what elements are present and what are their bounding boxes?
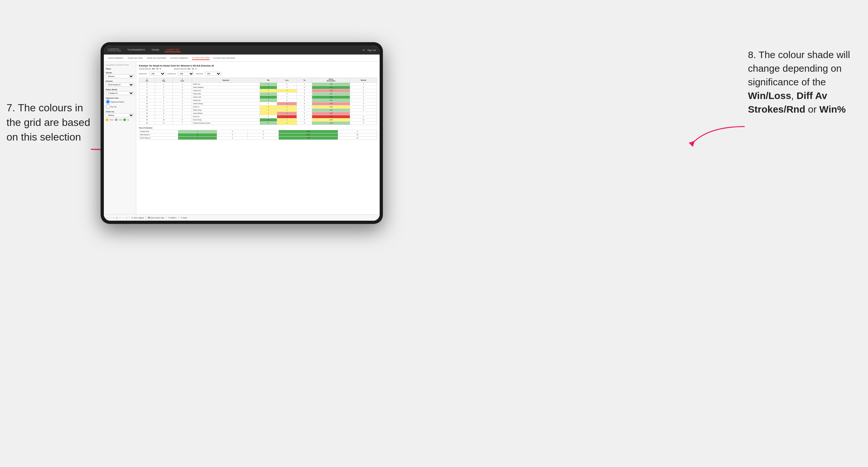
th-win: Win bbox=[259, 78, 277, 83]
td-diff: 0.38 bbox=[312, 105, 350, 109]
td-conf: 7 bbox=[173, 122, 192, 125]
tablet-screen: SCOREBOARD Powered by clippd TOURNAMENTS… bbox=[104, 45, 380, 221]
table-row: 19 10 6 Emily Chang 4 1 0 0.30 11 bbox=[139, 119, 377, 122]
td-diff: -1.00 bbox=[312, 89, 350, 93]
subnav-player-h2h-heatmap[interactable]: PLAYER H2H HEATMAP bbox=[214, 57, 235, 60]
tablet-device: SCOREBOARD Powered by clippd TOURNAMENTS… bbox=[101, 42, 383, 224]
report-title: Katelyn Vo Head-to-Head Grid for Women's… bbox=[139, 64, 377, 67]
td-tie: 0 bbox=[297, 122, 312, 125]
td-opponent: Jessica Mason bbox=[192, 112, 260, 115]
td-loss: 0 bbox=[217, 130, 248, 133]
sub-nav: TEAM SUMMARY TEAM H2H GRID TEAM H2H HEAT… bbox=[104, 55, 380, 62]
annotation-left-text: 7. The colours in the grid are based on … bbox=[6, 102, 90, 143]
toolbar-redo-left[interactable]: ↪ bbox=[110, 217, 111, 219]
sidebar-colour-section: Colour by Win/loss Down Level Up bbox=[106, 111, 134, 121]
nav-right: ▸| Sign out bbox=[363, 49, 376, 51]
td-tie: 0 bbox=[297, 102, 312, 105]
radio-top-100[interactable]: Top 100 bbox=[106, 104, 134, 109]
overall-record: Overall Record: 353 - 34 - 6 bbox=[139, 68, 161, 70]
td-reg: 8 bbox=[155, 109, 172, 112]
td-opponent: Sydney Kuo bbox=[192, 89, 260, 93]
subnav-team-h2h-grid[interactable]: TEAM H2H GRID bbox=[127, 57, 143, 60]
filter-conference-select[interactable]: (All) bbox=[178, 72, 194, 75]
table-row: 20 11 7 Federica Domecq Lacroze 2 1 0 1.… bbox=[139, 122, 377, 125]
td-diff: 4.00 bbox=[312, 86, 350, 89]
filter-opponent-select[interactable]: (All) bbox=[205, 72, 221, 75]
radio-input-top100[interactable] bbox=[106, 104, 110, 109]
td-loss: 0 bbox=[277, 96, 297, 99]
table-row: NAIA Division 1 15 0 0 9.267 30 bbox=[139, 133, 377, 136]
td-diff: -3.00 bbox=[312, 102, 350, 105]
toolbar-watch[interactable]: 👁 Watch ▾ bbox=[168, 217, 177, 219]
out-of-division-table: Foreign Team 1 0 0 4.500 2 NAIA Division… bbox=[139, 130, 377, 140]
subnav-player-h2h-grid[interactable]: PLAYER H2H GRID bbox=[192, 56, 210, 60]
nav-teams[interactable]: TEAMS bbox=[150, 48, 161, 52]
toolbar-share[interactable]: ⬆ Share bbox=[181, 217, 187, 219]
td-diff: 9.267 bbox=[279, 133, 338, 136]
td-reg: 10 bbox=[155, 119, 172, 122]
td-rounds: 30 bbox=[338, 133, 377, 136]
td-div: 5 bbox=[139, 86, 155, 89]
td-label: NAIA Division 1 bbox=[139, 133, 178, 136]
toolbar-clock[interactable]: ⊙ bbox=[126, 217, 127, 219]
td-diff: -5.00 bbox=[312, 115, 350, 119]
nav-tournaments[interactable]: TOURNAMENTS bbox=[126, 48, 146, 52]
subnav-player-summary[interactable]: PLAYER SUMMARY bbox=[170, 57, 188, 60]
subnav-team-h2h-heatmap[interactable]: TEAM H2H HEATMAP bbox=[147, 57, 166, 60]
td-conf: 1 bbox=[173, 102, 192, 105]
gender-select[interactable]: Women's bbox=[106, 74, 134, 78]
legend-label-up: Up bbox=[127, 119, 129, 121]
td-rounds: 11 bbox=[350, 119, 377, 122]
out-of-division-title: Out of division bbox=[139, 127, 377, 129]
division-select[interactable]: NCAA Division III bbox=[106, 83, 134, 87]
sign-out-link[interactable]: Sign out bbox=[367, 49, 376, 51]
td-loss: 3 bbox=[277, 115, 297, 119]
table-row: NCAA Division 2 5 0 0 7.400 10 bbox=[139, 136, 377, 140]
td-rounds: 9 bbox=[350, 105, 377, 109]
toolbar-view-original[interactable]: 👁 View: Original bbox=[131, 217, 144, 219]
subnav-team-summary[interactable]: TEAM SUMMARY bbox=[108, 57, 124, 60]
table-row: 11 1 2 Heejo Hyun 1 0 0 3.33 3 bbox=[139, 99, 377, 102]
toolbar-save-custom[interactable]: 💾 Save Custom View bbox=[148, 217, 164, 219]
toolbar-redo-right[interactable]: ↩ bbox=[113, 217, 114, 219]
nav-committee[interactable]: COMMITTEE bbox=[164, 48, 181, 52]
td-conf: 4 bbox=[173, 105, 192, 109]
td-rounds: 3 bbox=[350, 86, 377, 89]
th-rounds: Rounds bbox=[350, 78, 377, 83]
td-conf: 2 bbox=[173, 86, 192, 89]
td-opponent: Esther Lee bbox=[192, 83, 260, 86]
td-opponent: Emily Chang bbox=[192, 119, 260, 122]
td-diff: -0.94 bbox=[312, 112, 350, 115]
td-opponent: Sharon Mun bbox=[192, 93, 260, 96]
th-opponent: Opponent bbox=[192, 78, 260, 83]
table-row: 3 1 1 Esther Lee 1 0 1 1.50 4 bbox=[139, 83, 377, 86]
sidebar-timestamp: Last Updated: 27/03/2024 16:55:38 bbox=[106, 64, 134, 66]
colour-by-select[interactable]: Win/loss bbox=[106, 113, 134, 117]
legend-dot-level bbox=[115, 119, 118, 121]
table-header-row: #Div #Reg #Conf Opponent Win Loss Tie Di… bbox=[139, 78, 377, 83]
share-icon: ⬆ bbox=[181, 217, 182, 219]
td-loss: 2 bbox=[277, 105, 297, 109]
table-row: Foreign Team 1 0 0 4.500 2 bbox=[139, 130, 377, 133]
td-div: 14 bbox=[139, 105, 155, 109]
td-diff: 4.500 bbox=[279, 130, 338, 133]
td-win: 1 bbox=[259, 89, 277, 93]
toolbar-scissors[interactable]: ✂ bbox=[119, 217, 121, 219]
td-loss: 0 bbox=[277, 83, 297, 86]
td-label: Foreign Team bbox=[139, 130, 178, 133]
toolbar-undo[interactable]: ↩ bbox=[106, 217, 108, 219]
radio-opponents-played[interactable]: Opponents Played bbox=[106, 100, 134, 104]
main-grid-table: #Div #Reg #Conf Opponent Win Loss Tie Di… bbox=[139, 77, 377, 125]
player-rank-select[interactable]: 8. Katelyn Vo bbox=[106, 91, 134, 95]
filter-opponents-select[interactable]: (All) bbox=[149, 72, 165, 75]
radio-input-opponents-played[interactable] bbox=[106, 100, 110, 104]
table-row: 9 1 4 Sharon Mun 1 0 0 3.67 3 bbox=[139, 93, 377, 96]
toolbar-grid[interactable]: ⊞ bbox=[116, 217, 118, 219]
td-opponent: Stella Cheng bbox=[192, 109, 260, 112]
td-loss: 0 bbox=[277, 99, 297, 102]
toolbar-more[interactable]: ··· bbox=[123, 217, 124, 219]
table-row: 6 1 3 Sydney Kuo 1 1 0 -1.00 3 bbox=[139, 89, 377, 93]
table-row: 5 2 2 Alexis Sudjianto 1 0 0 4.00 3 bbox=[139, 86, 377, 89]
td-div: 3 bbox=[139, 83, 155, 86]
td-div: 19 bbox=[139, 119, 155, 122]
